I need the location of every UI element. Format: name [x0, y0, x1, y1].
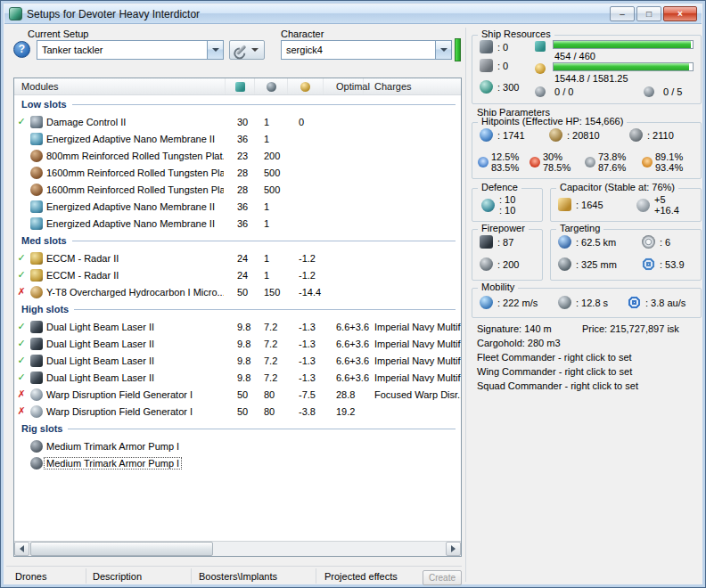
em-armor-resist: 83.5% [491, 162, 519, 173]
module-powergrid: 7.2 [255, 355, 288, 366]
module-name[interactable]: 1600mm Reinforced Rolled Tungsten Pla... [45, 167, 224, 178]
max-targets-value: : 6 [660, 237, 670, 248]
tab-description[interactable]: Description [93, 571, 142, 582]
module-optimal: 6.6+3.6 [324, 372, 364, 383]
module-row[interactable]: ✓ Dual Light Beam Laser II 9.8 7.2 -1.3 … [14, 318, 461, 335]
module-row[interactable]: 1600mm Reinforced Rolled Tungsten Pla...… [14, 164, 461, 181]
wing-commander-text[interactable]: Wing Commander - right click to set [477, 366, 632, 377]
module-row[interactable]: ✗ Y-T8 Overcharged Hydrocarbon I Micro..… [14, 283, 461, 300]
column-header-charges[interactable]: Charges [364, 78, 461, 94]
module-row[interactable]: ✗ Warp Disruption Field Generator I 50 8… [14, 403, 461, 420]
volley-icon [480, 257, 493, 271]
defence-value-2: : 10 [499, 205, 515, 216]
character-dropdown[interactable]: sergick4 [281, 40, 452, 60]
mobility-group: Mobility : 222 m/s : 12.8 s : 3.8 au/s [472, 288, 702, 318]
module-row[interactable]: 1600mm Reinforced Rolled Tungsten Pla...… [14, 181, 461, 198]
module-name[interactable]: 1600mm Reinforced Rolled Tungsten Pla... [45, 184, 224, 195]
module-name[interactable]: ECCM - Radar II [45, 253, 120, 264]
column-header-cpu[interactable] [226, 78, 255, 94]
chevron-down-icon[interactable] [435, 41, 451, 59]
scroll-left-button[interactable] [14, 542, 29, 556]
module-row[interactable]: Energized Adaptive Nano Membrane II 36 1 [14, 198, 461, 215]
current-setup-dropdown[interactable]: Tanker tackler [37, 40, 224, 60]
module-name[interactable]: Warp Disruption Field Generator I [45, 389, 194, 400]
speed-value: : 222 m/s [497, 298, 538, 308]
minimize-button[interactable]: – [610, 6, 635, 21]
drone-bandwidth-icon [644, 86, 654, 97]
module-name[interactable]: Dual Light Beam Laser II [45, 355, 156, 366]
module-row[interactable]: ✓ Dual Light Beam Laser II 9.8 7.2 -1.3 … [14, 369, 461, 386]
module-status-icon: ✓ [14, 355, 29, 365]
capacitor-recharge: +5+16.4 [636, 194, 679, 216]
module-name[interactable]: Medium Trimark Armor Pump I [45, 458, 181, 469]
scroll-right-button[interactable] [446, 542, 461, 556]
column-header-capacitor[interactable] [288, 78, 324, 94]
module-name[interactable]: Warp Disruption Field Generator I [45, 406, 194, 417]
targeting-range: : 62.5 km [558, 235, 616, 249]
module-name[interactable]: 800mm Reinforced Rolled Tungsten Plat... [45, 151, 224, 161]
module-status-icon: ✓ [14, 253, 29, 263]
close-button[interactable]: × [663, 6, 697, 21]
module-type-icon [30, 338, 43, 350]
launcher-hardpoints-value: : 0 [497, 61, 508, 71]
armor-icon [549, 128, 562, 142]
capacitor-delta-bottom: +16.4 [654, 205, 679, 216]
slot-section-name: Rig slots [21, 423, 62, 434]
wrench-icon [235, 45, 246, 55]
slot-section-line [68, 429, 456, 429]
module-cap-use: -1.3 [288, 372, 324, 383]
module-optimal: 28.8 [324, 389, 364, 400]
squad-commander-text[interactable]: Squad Commander - right click to set [477, 380, 638, 391]
module-powergrid: 7.2 [255, 339, 288, 349]
chevron-down-icon [251, 48, 259, 52]
help-button[interactable]: ? [13, 41, 30, 58]
module-cpu: 36 [226, 218, 255, 229]
scrollbar-track[interactable] [29, 542, 446, 556]
turret-dps-icon [480, 235, 493, 249]
column-header-optimal[interactable]: Optimal [324, 78, 364, 94]
capacitor-amount-value: : 1645 [576, 200, 603, 210]
fleet-commander-text[interactable]: Fleet Commander - right click to set [477, 352, 632, 363]
module-row[interactable]: 800mm Reinforced Rolled Tungsten Plat...… [14, 147, 461, 164]
module-row[interactable]: ✓ Dual Light Beam Laser II 9.8 7.2 -1.3 … [14, 352, 461, 369]
module-name[interactable]: Dual Light Beam Laser II [45, 372, 156, 383]
scrollbar-thumb[interactable] [30, 542, 213, 556]
module-row[interactable]: Energized Adaptive Nano Membrane II 36 1 [14, 130, 461, 147]
module-name[interactable]: Energized Adaptive Nano Membrane II [45, 201, 217, 212]
module-row[interactable]: ✓ ECCM - Radar II 24 1 -1.2 [14, 266, 461, 283]
titlebar[interactable]: Setups for Devoter Heavy Interdictor – □… [4, 4, 702, 24]
maximize-button[interactable]: □ [636, 6, 661, 21]
tab-drones[interactable]: Drones [15, 571, 46, 582]
chevron-down-icon[interactable] [207, 41, 223, 59]
module-cap-use: -1.3 [288, 339, 324, 349]
em-resist-icon [478, 157, 488, 167]
horizontal-scrollbar[interactable] [14, 541, 461, 556]
shield-hp: : 1741 [480, 128, 525, 142]
module-type-icon [30, 457, 43, 470]
module-name[interactable]: Energized Adaptive Nano Membrane II [45, 218, 217, 229]
module-name[interactable]: Dual Light Beam Laser II [45, 339, 156, 349]
price-text: Price: 215,727,897 isk [582, 323, 679, 334]
module-name[interactable]: Y-T8 Overcharged Hydrocarbon I Micro... [45, 287, 224, 298]
module-row[interactable]: ✓ ECCM - Radar II 24 1 -1.2 [14, 249, 461, 266]
module-name[interactable]: Damage Control II [45, 117, 127, 127]
setup-tools-button[interactable] [229, 40, 265, 60]
module-row[interactable]: ✗ Warp Disruption Field Generator I 50 8… [14, 386, 461, 403]
module-optimal: 6.6+3.6 [324, 339, 364, 349]
module-powergrid: 500 [255, 167, 288, 178]
module-type-icon [30, 200, 43, 213]
tab-projected-effects[interactable]: Projected effects [324, 571, 398, 582]
module-name[interactable]: ECCM - Radar II [45, 270, 120, 281]
column-header-modules[interactable]: Modules [14, 78, 226, 94]
module-row[interactable]: Medium Trimark Armor Pump I [14, 437, 461, 454]
module-name[interactable]: Energized Adaptive Nano Membrane II [45, 134, 217, 144]
module-row[interactable]: ✓ Dual Light Beam Laser II 9.8 7.2 -1.3 … [14, 335, 461, 352]
column-header-powergrid[interactable] [255, 78, 288, 94]
tab-boosters-implants[interactable]: Boosters\Implants [199, 571, 277, 582]
module-row[interactable]: ✓ Damage Control II 30 1 0 [14, 113, 461, 130]
module-name[interactable]: Medium Trimark Armor Pump I [45, 441, 181, 452]
max-velocity: : 222 m/s [480, 296, 538, 309]
module-row[interactable]: Medium Trimark Armor Pump I [14, 454, 461, 471]
module-row[interactable]: Energized Adaptive Nano Membrane II 36 1 [14, 215, 461, 232]
module-name[interactable]: Dual Light Beam Laser II [45, 322, 156, 332]
